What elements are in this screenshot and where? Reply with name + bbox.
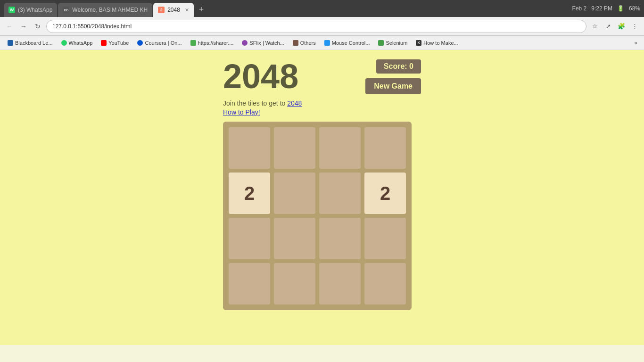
address-bar: ← → ↻ ☆ ➚ 🧩 ⋮ (0, 17, 644, 36)
tile-2-3 (364, 218, 406, 259)
bookmark-sharer-label: https://sharer.... (198, 40, 234, 46)
tile-1-3: 2 (364, 173, 406, 214)
bookmark-youtube-label: YouTube (108, 40, 129, 46)
new-tab-button[interactable]: + (195, 3, 208, 16)
welcome-tab-favicon: Bb (63, 7, 69, 13)
youtube-favicon (101, 40, 107, 46)
bookmark-coursera[interactable]: Coursera | On... (133, 39, 185, 47)
tile-3-3 (364, 263, 406, 304)
mouse-favicon (324, 40, 330, 46)
tab-whatsapp[interactable]: W (3) WhatsApp (4, 3, 57, 17)
blackboard-favicon (8, 40, 13, 46)
sharer-favicon (190, 40, 196, 46)
battery-level: 68% (629, 5, 640, 12)
bookmark-sharer[interactable]: https://sharer.... (187, 39, 238, 47)
system-date: Feb 2 (572, 5, 587, 12)
tile-2-1 (274, 218, 315, 259)
game-container: 2048 Score: 0 New Game Join the tiles to… (223, 59, 421, 310)
tile-1-1 (274, 173, 315, 214)
bookmarks-more-button[interactable]: » (631, 39, 640, 47)
bookmark-whatsapp[interactable]: WhatsApp (58, 39, 97, 47)
howto-favicon: K (416, 40, 421, 46)
bookmark-mouse[interactable]: Mouse Control... (321, 39, 374, 47)
tile-0-3 (364, 127, 406, 169)
how-to-play-link[interactable]: How to Play! (223, 108, 421, 116)
tab-welcome-label: Welcome, BASIM AHMED KH (72, 7, 148, 13)
bookmark-icon[interactable]: ☆ (589, 21, 601, 32)
tile-3-1 (274, 263, 315, 304)
bookmark-others[interactable]: Others (289, 39, 320, 47)
target-link[interactable]: 2048 (287, 99, 302, 107)
coursera-favicon (137, 40, 143, 46)
new-game-button[interactable]: New Game (365, 78, 421, 94)
header-right: Score: 0 New Game (365, 59, 421, 94)
tile-1-2 (319, 173, 361, 214)
tile-0-2 (319, 127, 361, 169)
system-time: 9:22 PM (591, 5, 612, 12)
bookmark-howto-label: How to Make... (423, 40, 458, 46)
whatsapp-favicon (61, 40, 67, 46)
toolbar-icons: ☆ ➚ 🧩 ⋮ (589, 21, 640, 32)
tile-1-0: 2 (229, 173, 270, 214)
extensions-icon[interactable]: 🧩 (616, 21, 627, 32)
bookmarks-bar: Blackboard Le... WhatsApp YouTube Course… (0, 36, 644, 50)
bookmark-mouse-label: Mouse Control... (332, 40, 370, 46)
bookmark-howto[interactable]: K How to Make... (412, 39, 462, 47)
others-favicon (293, 40, 298, 46)
tile-3-2 (319, 263, 361, 304)
back-button[interactable]: ← (4, 21, 15, 32)
game-board: 22 (223, 122, 412, 310)
tab-2048[interactable]: 2 2048 ✕ (153, 3, 194, 17)
tile-2-2 (319, 218, 361, 259)
battery-icon: 🔋 (617, 5, 624, 12)
2048-tab-favicon: 2 (158, 7, 165, 13)
game-header: 2048 Score: 0 New Game (223, 59, 421, 94)
bookmark-coursera-label: Coursera | On... (145, 40, 182, 46)
bookmark-blackboard-label: Blackboard Le... (15, 40, 53, 46)
bookmark-sflix-label: SFlix | Watch... (249, 40, 284, 46)
whatsapp-tab-favicon: W (8, 7, 15, 13)
forward-button[interactable]: → (18, 21, 29, 32)
bookmark-selenium[interactable]: Selenium (374, 39, 411, 47)
score-box: Score: 0 (376, 59, 421, 74)
tile-3-0 (229, 263, 270, 304)
tab-welcome[interactable]: Bb Welcome, BASIM AHMED KH (58, 3, 152, 17)
reload-button[interactable]: ↻ (32, 21, 43, 32)
sflix-favicon (242, 40, 248, 46)
bookmark-youtube[interactable]: YouTube (97, 39, 132, 47)
bookmark-sflix[interactable]: SFlix | Watch... (238, 39, 288, 47)
page-content: 2048 Score: 0 New Game Join the tiles to… (0, 50, 644, 345)
game-title: 2048 (223, 59, 298, 93)
bookmark-blackboard[interactable]: Blackboard Le... (4, 39, 57, 47)
selenium-favicon (378, 40, 384, 46)
tile-0-1 (274, 127, 315, 169)
tab-close-icon[interactable]: ✕ (185, 7, 189, 13)
bookmark-others-label: Others (300, 40, 316, 46)
browser-frame: W (3) WhatsApp Bb Welcome, BASIM AHMED K… (0, 0, 644, 345)
tab-2048-label: 2048 (167, 7, 180, 13)
bookmark-selenium-label: Selenium (386, 40, 407, 46)
share-icon[interactable]: ➚ (603, 21, 614, 32)
system-tray: Feb 2 9:22 PM 🔋 68% (572, 0, 640, 17)
join-text: Join the tiles to get to 2048 (223, 99, 302, 107)
menu-icon[interactable]: ⋮ (629, 21, 640, 32)
tile-0-0 (229, 127, 270, 169)
tab-whatsapp-label: (3) WhatsApp (18, 7, 52, 13)
address-input[interactable] (46, 20, 586, 33)
tabs-bar: W (3) WhatsApp Bb Welcome, BASIM AHMED K… (0, 0, 644, 17)
tile-2-0 (229, 218, 270, 259)
game-info: Join the tiles to get to 2048 How to Pla… (223, 99, 421, 116)
bookmark-whatsapp-label: WhatsApp (69, 40, 93, 46)
